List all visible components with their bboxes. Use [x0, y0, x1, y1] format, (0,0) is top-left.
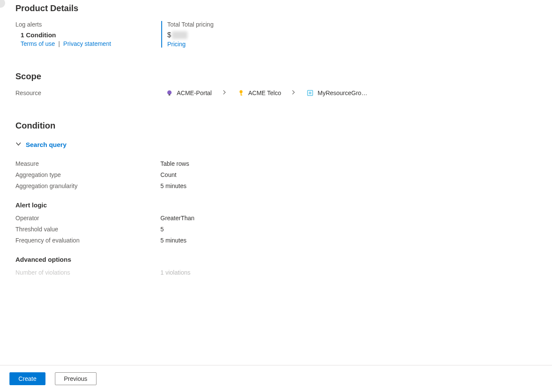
- svg-point-0: [167, 90, 172, 95]
- kv-value: 5 minutes: [160, 183, 187, 189]
- kv-value: Count: [160, 171, 176, 178]
- svg-rect-4: [241, 95, 242, 96]
- chevron-right-icon: [291, 90, 296, 96]
- terms-of-use-link[interactable]: Terms of use: [21, 40, 55, 47]
- scope-heading: Scope: [15, 72, 537, 81]
- resource-breadcrumb: ACME-Portal ACME Telco: [166, 89, 367, 97]
- footer-actions: Create Previous: [0, 365, 552, 392]
- breadcrumb-label: ACME Telco: [248, 90, 281, 96]
- previous-button[interactable]: Previous: [55, 372, 96, 385]
- pricing-link[interactable]: Pricing: [167, 41, 186, 48]
- key-icon: [237, 89, 245, 97]
- lightbulb-icon: [166, 89, 173, 97]
- product-details-heading: Product Details: [15, 3, 537, 13]
- create-button[interactable]: Create: [9, 372, 45, 385]
- search-query-expander[interactable]: Search query: [15, 141, 537, 148]
- kv-value: GreaterThan: [160, 215, 194, 221]
- cube-icon: [306, 89, 314, 97]
- kv-row-operator: Operator GreaterThan: [15, 215, 537, 221]
- advanced-options-heading: Advanced options: [15, 256, 537, 263]
- kv-row-aggregation-granularity: Aggregation granularity 5 minutes: [15, 183, 537, 189]
- kv-row-violations: Number of violations 1 violations: [15, 269, 537, 276]
- kv-row-measure: Measure Table rows: [15, 160, 537, 167]
- breadcrumb-item-portal[interactable]: ACME-Portal: [166, 89, 212, 97]
- log-alerts-label: Log alerts: [15, 21, 161, 28]
- kv-value: 1 violations: [160, 269, 190, 276]
- svg-rect-1: [169, 94, 170, 96]
- kv-value: 5 minutes: [160, 237, 187, 244]
- price-value: $: [167, 31, 537, 39]
- kv-label: Threshold value: [15, 226, 160, 233]
- kv-row-aggregation-type: Aggregation type Count: [15, 171, 537, 178]
- kv-row-threshold: Threshold value 5: [15, 226, 537, 233]
- alert-logic-heading: Alert logic: [15, 201, 537, 209]
- kv-label: Measure: [15, 160, 160, 167]
- kv-label: Aggregation granularity: [15, 183, 160, 189]
- link-separator: |: [58, 40, 60, 47]
- kv-label: Aggregation type: [15, 171, 160, 178]
- kv-label: Frequency of evaluation: [15, 237, 160, 244]
- resource-label: Resource: [15, 90, 166, 96]
- breadcrumb-label: ACME-Portal: [177, 90, 212, 96]
- privacy-statement-link[interactable]: Privacy statement: [63, 40, 111, 47]
- kv-value: Table rows: [160, 160, 189, 167]
- currency-symbol: $: [167, 31, 171, 39]
- kv-value: 5: [160, 226, 164, 233]
- price-blurred: [172, 31, 187, 39]
- chevron-right-icon: [222, 90, 227, 96]
- kv-label: Operator: [15, 215, 160, 221]
- condition-count: 1 Condition: [21, 31, 161, 39]
- chevron-down-icon: [15, 141, 21, 148]
- search-query-label: Search query: [26, 141, 66, 148]
- total-pricing-label: Total Total pricing: [167, 21, 537, 28]
- kv-label: Number of violations: [15, 269, 160, 276]
- breadcrumb-item-telco[interactable]: ACME Telco: [237, 89, 281, 97]
- breadcrumb-item-resourcegroup[interactable]: MyResourceGro…: [306, 89, 367, 97]
- condition-heading: Condition: [15, 121, 537, 131]
- kv-row-frequency: Frequency of evaluation 5 minutes: [15, 237, 537, 244]
- breadcrumb-label: MyResourceGro…: [317, 90, 367, 96]
